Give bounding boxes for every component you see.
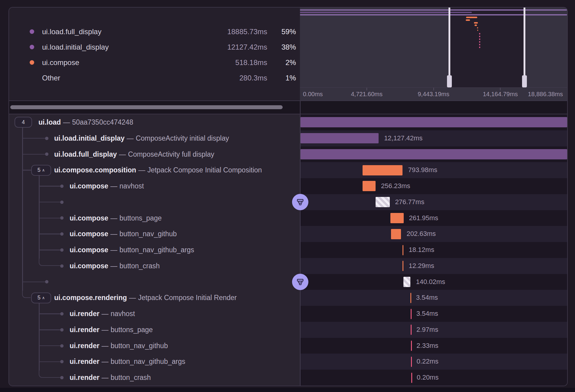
span-tree-row[interactable]: ui.compose—navhost bbox=[9, 178, 300, 194]
span-tree-row[interactable]: ui.load.initial_display—ComposeActivity … bbox=[9, 130, 300, 146]
span-duration-bar[interactable] bbox=[411, 325, 412, 335]
badge-count: 5 bbox=[38, 295, 41, 301]
span-bar-row[interactable]: 0.22ms bbox=[301, 354, 567, 370]
span-title[interactable]: ui.compose—button_nav_github_args bbox=[70, 242, 194, 258]
span-title[interactable]: ui.compose—buttons_page bbox=[70, 210, 162, 226]
span-legend: ui.load.full_display18885.73ms59%ui.load… bbox=[9, 8, 300, 100]
span-bar-row[interactable]: 261.95ms bbox=[301, 210, 567, 226]
span-duration-bar[interactable] bbox=[391, 229, 401, 239]
span-count-badge[interactable]: 5∧ bbox=[31, 292, 51, 303]
viewport-handle-right[interactable] bbox=[524, 8, 525, 87]
legend-duration-value: 12127.42ms bbox=[168, 43, 267, 51]
span-bar-row[interactable]: 2.97ms bbox=[301, 322, 567, 338]
viewport-handle-left[interactable] bbox=[448, 8, 450, 87]
span-duration-bar[interactable] bbox=[410, 293, 411, 303]
span-title[interactable]: ui.render—button_nav_github bbox=[70, 338, 168, 354]
span-bar-row[interactable]: 2.33ms bbox=[301, 338, 567, 354]
span-tree-row[interactable]: ui.compose—button_crash bbox=[9, 258, 300, 274]
span-count-badge[interactable]: 4 bbox=[15, 117, 32, 128]
minimap-span-mark bbox=[479, 47, 480, 48]
profile-flamegraph-icon[interactable] bbox=[292, 274, 308, 290]
panel-divider-line bbox=[300, 101, 301, 114]
legend-item: ui.load.initial_display12127.42ms38% bbox=[9, 39, 300, 55]
badge-count: 4 bbox=[22, 119, 25, 126]
span-description: Jetpack Compose Initial Render bbox=[138, 294, 237, 302]
span-title[interactable]: ui.render—button_nav_github_args bbox=[70, 354, 185, 370]
span-bar-row[interactable]: 3.54ms bbox=[301, 306, 567, 322]
span-title[interactable]: ui.compose—button_nav_github bbox=[70, 226, 177, 242]
span-bar-row[interactable]: 276.77ms bbox=[301, 194, 567, 210]
span-description: navhost bbox=[120, 182, 144, 190]
span-duration-bar[interactable] bbox=[403, 277, 410, 287]
legend-percent-value: 38% bbox=[267, 43, 296, 51]
span-tree-row[interactable]: ui.render—navhost bbox=[9, 306, 300, 322]
span-bar-row[interactable]: 12.29ms bbox=[301, 258, 567, 274]
span-duration-bar[interactable] bbox=[402, 261, 403, 271]
span-op-name: ui.render bbox=[70, 374, 99, 381]
span-bar-row[interactable]: 18.12ms bbox=[301, 242, 567, 258]
span-duration-bar[interactable] bbox=[402, 245, 403, 255]
span-duration-bar[interactable] bbox=[390, 213, 404, 223]
span-tree-row[interactable]: 5∧ui.compose.rendering—Jetpack Compose I… bbox=[9, 290, 300, 306]
span-bar-row[interactable]: 0.20ms bbox=[301, 370, 567, 386]
span-title[interactable]: ui.load—50aa7350cc474248 bbox=[38, 114, 133, 130]
span-duration-bar[interactable] bbox=[363, 165, 402, 175]
span-bar-row[interactable]: 202.63ms bbox=[301, 226, 567, 242]
span-tree-row[interactable]: ui.compose—button_nav_github_args bbox=[9, 242, 300, 258]
span-duration-bar[interactable] bbox=[411, 357, 412, 367]
span-tree-row[interactable]: ui.render—button_nav_github bbox=[9, 338, 300, 354]
span-duration-bar[interactable] bbox=[411, 309, 412, 319]
minimap-body[interactable] bbox=[300, 8, 567, 87]
viewport-grip-right[interactable] bbox=[522, 75, 527, 87]
span-title[interactable]: ui.load.full_display—ComposeActivity ful… bbox=[54, 146, 214, 162]
span-duration-bar[interactable] bbox=[411, 373, 412, 383]
span-title[interactable]: ui.compose—button_crash bbox=[70, 258, 160, 274]
span-tree-row[interactable] bbox=[9, 274, 300, 290]
span-duration-label: 261.95ms bbox=[409, 210, 439, 226]
span-op-name: ui.compose bbox=[70, 182, 108, 190]
span-title[interactable]: ui.render—button_crash bbox=[70, 370, 151, 386]
span-bar-row[interactable]: 256.23ms bbox=[301, 178, 567, 194]
span-tree-row[interactable]: 4ui.load—50aa7350cc474248 bbox=[9, 114, 300, 130]
span-bar-row[interactable]: 3.54ms bbox=[301, 290, 567, 306]
horizontal-scrollbar-track[interactable] bbox=[9, 100, 567, 114]
span-title-separator: — bbox=[110, 230, 117, 238]
span-bar-row[interactable]: 12,127.42ms bbox=[301, 130, 567, 146]
minimap-span-mark bbox=[479, 33, 480, 34]
span-tree-row[interactable] bbox=[9, 194, 300, 210]
span-title[interactable]: ui.render—navhost bbox=[70, 306, 135, 322]
span-title-separator: — bbox=[110, 262, 117, 270]
horizontal-scrollbar-thumb[interactable] bbox=[10, 105, 283, 109]
span-duration-bar[interactable] bbox=[411, 341, 412, 351]
span-tree-row[interactable]: ui.compose—button_nav_github bbox=[9, 226, 300, 242]
profile-flamegraph-icon[interactable] bbox=[292, 194, 308, 210]
span-op-name: ui.load.full_display bbox=[54, 150, 117, 158]
span-title[interactable]: ui.render—buttons_page bbox=[70, 322, 153, 338]
span-op-name: ui.load.initial_display bbox=[54, 134, 125, 142]
minimap-viewport-window[interactable] bbox=[449, 8, 524, 87]
span-tree-row[interactable]: ui.load.full_display—ComposeActivity ful… bbox=[9, 146, 300, 162]
span-duration-bar[interactable] bbox=[301, 133, 379, 143]
span-tree-row[interactable]: ui.render—buttons_page bbox=[9, 322, 300, 338]
span-duration-bar[interactable] bbox=[301, 117, 567, 127]
trace-minimap[interactable]: 0.00ms4,721.60ms9,443.19ms14,164.79ms18,… bbox=[300, 8, 567, 100]
span-tree-row[interactable]: ui.render—button_nav_github_args bbox=[9, 354, 300, 370]
span-bar-row[interactable]: 140.02ms bbox=[301, 274, 567, 290]
span-duration-bar[interactable] bbox=[301, 149, 567, 159]
span-duration-label: 0.22ms bbox=[417, 354, 439, 370]
span-count-badge[interactable]: 5∧ bbox=[31, 165, 51, 176]
span-bar-row[interactable]: 793.98ms bbox=[301, 162, 567, 178]
waterfall-section: 4ui.load—50aa7350cc474248ui.load.initial… bbox=[9, 114, 567, 386]
span-tree-row[interactable]: 5∧ui.compose.composition—Jetpack Compose… bbox=[9, 162, 300, 178]
span-duration-bar[interactable] bbox=[363, 181, 376, 191]
span-title[interactable]: ui.compose—navhost bbox=[70, 178, 144, 194]
span-duration-bar[interactable] bbox=[376, 197, 389, 207]
span-title[interactable]: ui.compose.rendering—Jetpack Compose Ini… bbox=[54, 290, 237, 306]
span-bar-row[interactable] bbox=[301, 114, 567, 130]
span-bar-row[interactable] bbox=[301, 146, 567, 162]
span-tree-row[interactable]: ui.render—button_crash bbox=[9, 370, 300, 386]
span-title[interactable]: ui.load.initial_display—ComposeActivity … bbox=[54, 130, 229, 146]
viewport-grip-left[interactable] bbox=[447, 75, 452, 87]
span-tree-row[interactable]: ui.compose—buttons_page bbox=[9, 210, 300, 226]
span-title[interactable]: ui.compose.composition—Jetpack Compose I… bbox=[54, 162, 262, 178]
